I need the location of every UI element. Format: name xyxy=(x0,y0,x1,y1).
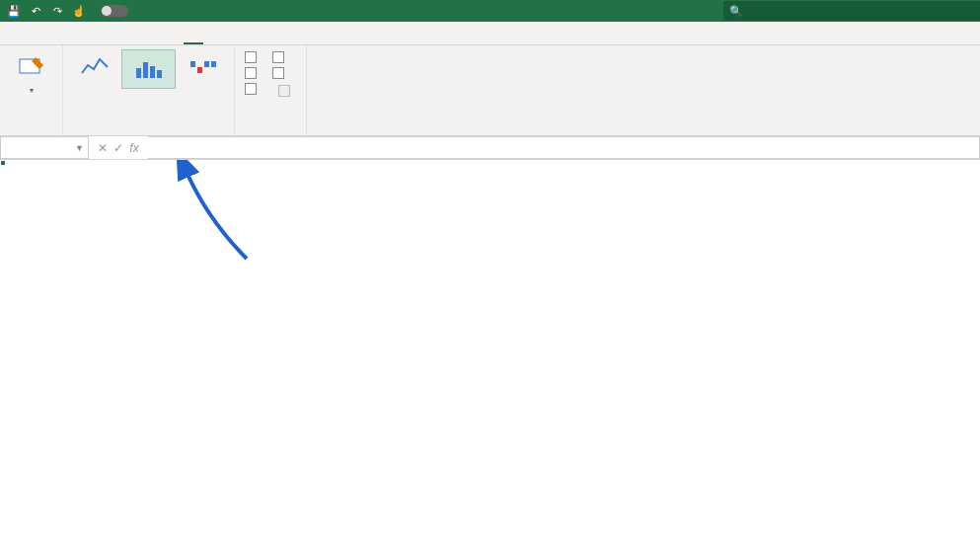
check-negative-points[interactable] xyxy=(245,83,261,95)
tab-review[interactable] xyxy=(124,36,144,44)
check-markers xyxy=(272,83,296,103)
sparkline-winloss-button[interactable] xyxy=(176,49,230,87)
svg-rect-4 xyxy=(157,70,162,78)
group-label-type xyxy=(63,133,234,135)
ribbon-group-type xyxy=(63,45,235,135)
chevron-down-icon[interactable]: ▼ xyxy=(75,143,84,153)
tab-insert[interactable] xyxy=(45,36,65,44)
checkbox-icon xyxy=(272,51,284,63)
ribbon-group-sparkline: ▾ xyxy=(0,45,63,135)
winloss-icon xyxy=(188,53,219,81)
tab-data[interactable] xyxy=(105,36,124,44)
ribbon-group-show xyxy=(235,45,307,135)
formula-buttons: ✕ ✓ fx xyxy=(89,136,148,159)
quick-access-toolbar: 💾 ↶ ↷ ☝ xyxy=(0,3,134,19)
ribbon-tabs xyxy=(0,22,980,45)
checkbox-icon xyxy=(278,85,290,97)
svg-rect-1 xyxy=(136,68,141,78)
tab-help[interactable] xyxy=(164,36,184,44)
save-icon[interactable]: 💾 xyxy=(6,3,22,19)
formula-bar-row: ▼ ✕ ✓ fx xyxy=(0,136,980,160)
svg-rect-5 xyxy=(190,61,195,67)
group-label-style xyxy=(307,133,980,135)
edit-data-icon xyxy=(16,53,47,81)
touch-mode-icon[interactable]: ☝ xyxy=(71,3,87,19)
column-chart-icon xyxy=(133,54,165,82)
tab-page-layout[interactable] xyxy=(65,36,85,44)
checkbox-icon xyxy=(245,51,257,63)
checkbox-icon xyxy=(245,67,257,79)
annotation-arrow xyxy=(158,160,276,278)
search-icon: 🔍 xyxy=(729,5,743,18)
sparkline-style-gallery[interactable] xyxy=(307,45,980,133)
ribbon: ▾ xyxy=(0,45,980,136)
title-bar: 💾 ↶ ↷ ☝ 🔍 xyxy=(0,0,980,22)
checkbox-icon xyxy=(272,67,284,79)
sparkline-line-button[interactable] xyxy=(67,49,121,87)
check-last-point[interactable] xyxy=(272,67,296,79)
fx-icon[interactable]: fx xyxy=(129,141,138,155)
spreadsheet-grid[interactable] xyxy=(0,160,980,543)
tab-file[interactable] xyxy=(6,36,26,44)
tab-sparkline[interactable] xyxy=(184,34,203,44)
sparkline-column-button[interactable] xyxy=(121,49,176,89)
tab-view[interactable] xyxy=(144,36,164,44)
tab-formulas[interactable] xyxy=(85,36,105,44)
fill-handle[interactable] xyxy=(0,160,6,166)
check-low-point[interactable] xyxy=(245,67,261,79)
tab-home[interactable] xyxy=(26,36,45,44)
redo-icon[interactable]: ↷ xyxy=(49,3,65,19)
undo-icon[interactable]: ↶ xyxy=(28,3,43,19)
ribbon-group-style xyxy=(307,45,980,135)
toggle-switch-icon[interactable] xyxy=(101,5,128,17)
search-box[interactable]: 🔍 xyxy=(723,1,980,21)
svg-rect-6 xyxy=(197,67,202,73)
svg-rect-8 xyxy=(211,61,216,67)
check-first-point[interactable] xyxy=(272,51,296,63)
name-box[interactable]: ▼ xyxy=(0,136,89,159)
group-label-sparkline xyxy=(0,133,62,135)
enter-icon[interactable]: ✓ xyxy=(113,141,123,155)
svg-rect-2 xyxy=(143,62,148,78)
chevron-down-icon: ▾ xyxy=(30,85,34,97)
cancel-icon[interactable]: ✕ xyxy=(98,141,108,155)
check-high-point[interactable] xyxy=(245,51,261,63)
group-label-show xyxy=(235,133,306,135)
svg-rect-7 xyxy=(204,61,209,67)
svg-rect-3 xyxy=(150,66,155,78)
line-chart-icon xyxy=(79,53,111,81)
checkbox-icon xyxy=(245,83,257,95)
autosave-toggle[interactable] xyxy=(97,5,128,17)
edit-data-button[interactable]: ▾ xyxy=(4,49,58,101)
formula-bar[interactable] xyxy=(148,136,980,159)
